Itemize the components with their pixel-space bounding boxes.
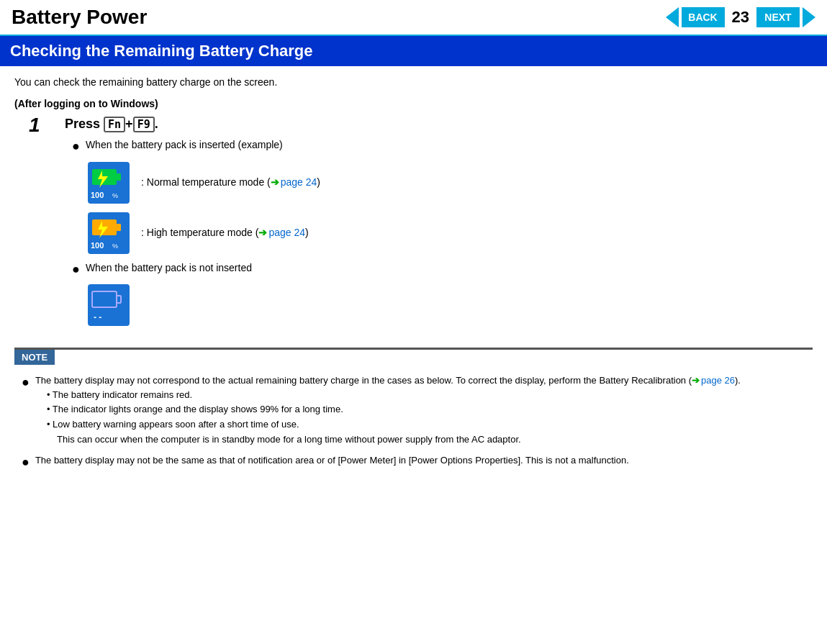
sub-bullets-1: The battery indicator remains red. The i… — [47, 388, 741, 448]
after-logging-label: (After logging on to Windows) — [14, 98, 813, 109]
battery-high-svg: 100 % — [86, 211, 131, 255]
step-plus: + — [125, 117, 133, 131]
icon2-link[interactable]: page 24 — [268, 227, 305, 238]
battery-icon-normal: 100 % — [86, 160, 131, 205]
page-number: 23 — [732, 8, 749, 27]
bullet-inserted: ● When the battery pack is inserted (exa… — [72, 138, 813, 155]
step-title-suffix: . — [155, 117, 158, 131]
note-text-2: The battery display may not be the same … — [35, 455, 629, 466]
step-number: 1 — [29, 115, 58, 135]
svg-text:100: 100 — [91, 241, 104, 250]
icon2-arrow: ➔ — [258, 227, 267, 238]
battery-normal-desc: : Normal temperature mode (➔page 24) — [141, 176, 320, 190]
sub-bullet-1a: The battery indicator remains red. — [47, 388, 741, 403]
battery-icon-normal-container: 100 % : Normal temperature mode (➔page 2… — [86, 160, 813, 205]
fn-key: Fn — [104, 117, 125, 132]
battery-icon-high-container: 100 % : High temperature mode (➔page 24) — [86, 211, 813, 255]
note-bullet-dot-1: ● — [22, 373, 30, 391]
step-1: 1 Press Fn+F9. ● When the battery pack i… — [29, 117, 813, 333]
step-content: Press Fn+F9. ● When the battery pack is … — [65, 117, 813, 333]
bullet-dot-2: ● — [72, 262, 80, 278]
note-text-1b: ). — [735, 375, 741, 386]
battery-normal-svg: 100 % — [86, 160, 131, 205]
battery-empty-svg: - - — [86, 283, 131, 327]
svg-text:%: % — [112, 242, 118, 250]
back-arrow-icon[interactable] — [666, 7, 679, 27]
icon2-desc-suffix: ) — [305, 227, 309, 238]
section-heading: Checking the Remaining Battery Charge — [0, 36, 827, 66]
bullet-not-inserted: ● When the battery pack is not inserted — [72, 261, 813, 278]
nav-controls: BACK 23 NEXT — [666, 7, 815, 27]
sub-bullet-1c: Low battery warning appears soon after a… — [47, 417, 741, 448]
battery-icon-empty-container: - - — [86, 283, 813, 327]
battery-icon-high: 100 % — [86, 211, 131, 255]
step-title-prefix: Press — [65, 117, 104, 131]
note-bullet-text-1: The battery display may not correspond t… — [35, 373, 741, 448]
f9-key: F9 — [133, 117, 155, 132]
step-title: Press Fn+F9. — [65, 117, 813, 132]
page-header: Battery Power BACK 23 NEXT — [0, 0, 827, 36]
icon1-desc-prefix: : Normal temperature mode ( — [141, 176, 271, 188]
svg-text:%: % — [112, 192, 118, 199]
sub-bullet-1b: The indicator lights orange and the disp… — [47, 402, 741, 417]
svg-text:100: 100 — [91, 191, 104, 199]
icon1-arrow: ➔ — [271, 176, 279, 188]
bullet-dot-1: ● — [72, 139, 80, 155]
icon1-desc-suffix: ) — [317, 176, 320, 188]
note-content: ● The battery display may not correspond… — [14, 369, 813, 481]
back-button[interactable]: BACK — [682, 7, 725, 27]
battery-high-desc: : High temperature mode (➔page 24) — [141, 226, 309, 240]
intro-text: You can check the remaining battery char… — [14, 76, 813, 88]
svg-text:- -: - - — [94, 312, 101, 322]
note-label: NOTE — [14, 350, 813, 369]
page-title: Battery Power — [12, 6, 147, 29]
note-bullet-2: ● The battery display may not be the sam… — [22, 453, 805, 471]
next-button[interactable]: NEXT — [756, 7, 800, 27]
note-link-1[interactable]: page 26 — [701, 375, 735, 386]
note-bullet-dot-2: ● — [22, 453, 30, 471]
note-bullet-1: ● The battery display may not correspond… — [22, 373, 805, 448]
icon2-desc-prefix: : High temperature mode ( — [141, 227, 258, 238]
next-arrow-icon[interactable] — [803, 7, 815, 27]
note-text-1a: The battery display may not correspond t… — [35, 375, 692, 386]
svg-rect-8 — [117, 224, 121, 231]
main-content: You can check the remaining battery char… — [0, 66, 827, 491]
bullet-text-1: When the battery pack is inserted (examp… — [86, 138, 283, 153]
note-arrow-1: ➔ — [692, 375, 700, 386]
icon1-link[interactable]: page 24 — [281, 176, 317, 188]
battery-icon-empty: - - — [86, 283, 131, 327]
note-section: NOTE ● The battery display may not corre… — [14, 348, 813, 481]
svg-rect-2 — [117, 173, 121, 181]
bullet-text-2: When the battery pack is not inserted — [86, 261, 252, 276]
note-bullet-text-2: The battery display may not be the same … — [35, 453, 629, 468]
